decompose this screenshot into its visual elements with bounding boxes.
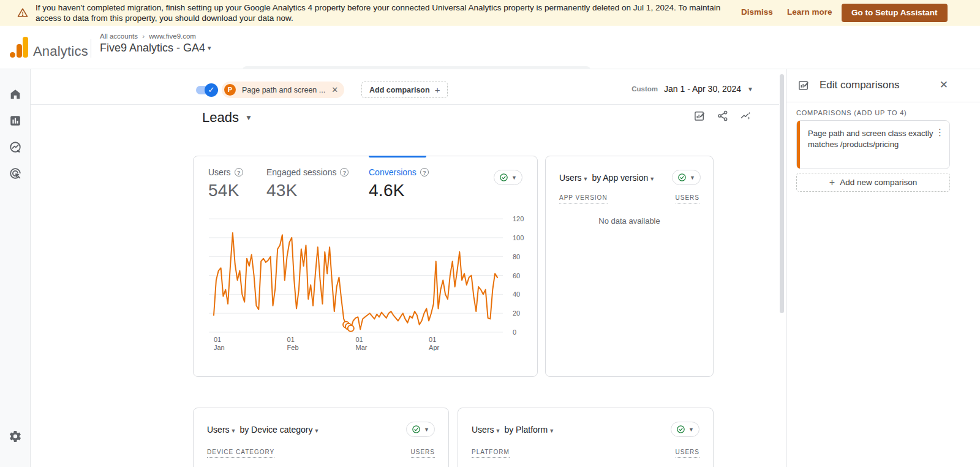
data-quality-button[interactable]: ▼ <box>494 170 522 185</box>
chevron-down-icon: ▼ <box>245 113 252 122</box>
chevron-down-icon: ▼ <box>690 175 695 181</box>
comparison-chip[interactable]: P Page path and screen ... ✕ <box>222 82 344 98</box>
scrollbar-thumb[interactable] <box>780 74 784 313</box>
sidebar-item-home[interactable] <box>9 88 22 101</box>
comparison-toggle[interactable]: ✓ <box>195 85 218 95</box>
breadcrumb-site[interactable]: www.five9.com <box>149 32 196 40</box>
date-range-type: Custom <box>631 85 658 93</box>
column-header[interactable]: DEVICE CATEGORY <box>207 449 274 458</box>
scrollbar-track[interactable] <box>779 69 785 467</box>
comparison-description: Page path and screen class exactly match… <box>808 128 933 150</box>
breadcrumb-separator-icon: › <box>142 32 145 40</box>
chevron-down-icon: ▼ <box>549 428 554 434</box>
svg-text:80: 80 <box>513 253 520 260</box>
plus-icon: + <box>829 177 835 188</box>
svg-text:Apr: Apr <box>429 344 439 351</box>
svg-text:01: 01 <box>287 336 295 343</box>
help-icon[interactable]: ? <box>420 168 429 177</box>
svg-text:120: 120 <box>513 215 524 222</box>
sidebar-item-reports[interactable] <box>9 114 22 127</box>
comparison-badge: P <box>224 84 236 96</box>
data-quality-button[interactable]: ▼ <box>671 422 699 437</box>
report-title-dropdown[interactable]: Leads▼ <box>202 110 252 126</box>
svg-text:Jan: Jan <box>214 344 225 351</box>
svg-text:20: 20 <box>513 309 520 317</box>
date-range-picker[interactable]: Custom Jan 1 - Apr 30, 2024 ▼ <box>631 84 753 94</box>
bar-chart-icon <box>9 114 22 127</box>
page-title: Leads <box>202 110 239 125</box>
column-header[interactable]: USERS <box>676 449 699 458</box>
help-icon[interactable]: ? <box>340 168 349 177</box>
svg-text:40: 40 <box>513 290 520 298</box>
metric-value: 4.6K <box>369 181 429 200</box>
svg-text:100: 100 <box>513 234 524 241</box>
device-category-card: Users▼ by Device category▼ ▼ DEVICE CATE… <box>193 408 449 467</box>
breadcrumb-accounts[interactable]: All accounts <box>100 32 138 40</box>
card-dimension-dropdown[interactable]: by Device category <box>239 425 312 435</box>
column-header[interactable]: USERS <box>411 449 435 458</box>
add-comparison-label: Add comparison <box>369 86 430 94</box>
check-icon: ✓ <box>205 83 218 97</box>
check-circle-icon <box>412 425 421 434</box>
date-range-value: Jan 1 - Apr 30, 2024 <box>664 84 741 94</box>
help-icon[interactable]: ? <box>235 168 243 177</box>
check-circle-icon <box>676 425 685 434</box>
card-title[interactable]: Users▼ by Device category▼ <box>207 425 320 435</box>
svg-text:01: 01 <box>214 336 221 343</box>
app-header: Analytics All accounts › www.five9.com F… <box>0 26 980 69</box>
empty-state-text: No data available <box>546 216 713 226</box>
property-selector[interactable]: Five9 Analytics - GA4▾ <box>100 42 211 55</box>
card-metric-dropdown[interactable]: Users <box>472 425 494 435</box>
card-metric-dropdown[interactable]: Users <box>207 425 230 435</box>
data-quality-button[interactable]: ▼ <box>672 170 701 185</box>
insights-icon[interactable] <box>740 110 752 122</box>
svg-text:60: 60 <box>513 272 520 279</box>
chevron-down-icon: ▼ <box>231 428 236 434</box>
chevron-down-icon: ▼ <box>649 176 655 182</box>
conversions-chart[interactable]: 02040608010012001Jan01Feb01Mar01Apr <box>194 209 538 362</box>
sidebar-item-admin[interactable] <box>9 430 22 443</box>
card-dimension-dropdown[interactable]: by Platform <box>504 425 548 435</box>
metric-label: Conversions <box>369 167 417 177</box>
chevron-down-icon: ▼ <box>747 86 753 93</box>
edit-report-icon[interactable] <box>693 110 706 122</box>
card-title[interactable]: Users▼ by App version▼ <box>559 173 656 183</box>
column-header[interactable]: APP VERSION <box>559 194 608 203</box>
sidebar-item-advertising[interactable] <box>9 167 22 180</box>
svg-text:Mar: Mar <box>356 344 368 351</box>
metric-tab-conversions[interactable]: Conversions? 4.6K <box>369 167 429 200</box>
card-dimension-dropdown[interactable]: by App version <box>592 173 648 183</box>
chevron-down-icon: ▼ <box>496 428 501 434</box>
check-circle-icon <box>677 173 687 182</box>
dismiss-button[interactable]: Dismiss <box>741 7 773 17</box>
setup-assistant-button[interactable]: Go to Setup Assistant <box>842 4 948 22</box>
card-metric-dropdown[interactable]: Users <box>559 173 582 183</box>
svg-text:01: 01 <box>356 336 363 343</box>
metric-tab-users[interactable]: Users? 54K <box>208 167 243 200</box>
comparison-item[interactable]: Page path and screen class exactly match… <box>796 120 950 169</box>
add-comparison-button[interactable]: Add comparison + <box>361 82 448 98</box>
learn-more-link[interactable]: Learn more <box>787 7 832 17</box>
metric-value: 43K <box>266 181 349 200</box>
add-new-comparison-label: Add new comparison <box>840 178 917 187</box>
card-title[interactable]: Users▼ by Platform▼ <box>472 425 556 435</box>
sidebar-item-explore[interactable] <box>9 140 22 154</box>
column-header[interactable]: USERS <box>676 194 699 203</box>
data-quality-button[interactable]: ▼ <box>406 422 435 437</box>
edit-comparisons-panel: Edit comparisons ✕ COMPARISONS (ADD UP T… <box>786 69 980 467</box>
warning-triangle-icon <box>17 7 28 18</box>
metric-tab-engaged-sessions[interactable]: Engaged sessions? 43K <box>266 167 349 200</box>
add-new-comparison-button[interactable]: + Add new comparison <box>796 173 950 192</box>
close-icon[interactable]: ✕ <box>331 85 338 94</box>
metric-label: Engaged sessions <box>266 167 336 177</box>
close-icon[interactable]: ✕ <box>940 78 948 91</box>
column-header[interactable]: PLATFORM <box>472 449 510 458</box>
share-icon[interactable] <box>717 110 729 122</box>
more-options-icon[interactable]: ⋮ <box>935 127 944 138</box>
breadcrumb[interactable]: All accounts › www.five9.com <box>100 32 196 40</box>
comparisons-section-label: COMPARISONS (ADD UP TO 4) <box>796 109 907 116</box>
toolbar-divider <box>31 104 779 105</box>
ga4-app: If you haven't completed migration, fini… <box>0 0 980 467</box>
chevron-down-icon: ▼ <box>511 175 517 181</box>
svg-text:Feb: Feb <box>287 344 299 351</box>
